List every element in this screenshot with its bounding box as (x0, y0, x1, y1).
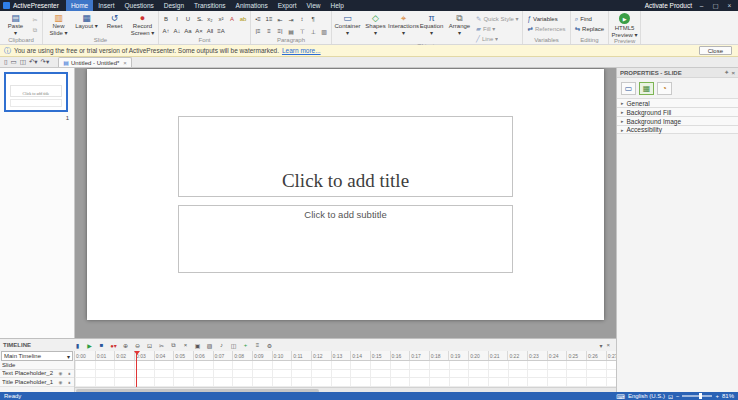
stop-button[interactable]: ■ (96, 340, 107, 350)
arrange-button[interactable]: ⧉ Arrange ▾ (446, 12, 473, 43)
zoom-in-icon[interactable]: + (715, 393, 719, 399)
open-button[interactable]: ▭ (11, 58, 17, 66)
menu-tab-design[interactable]: Design (159, 0, 189, 11)
props-section-background-image[interactable]: ▸ Background Image (617, 116, 738, 125)
learn-more-link[interactable]: Learn more... (282, 47, 321, 54)
timeline-menu-icon[interactable]: ▾ (599, 342, 602, 349)
new-slide-button[interactable]: ▥ New Slide ▾ (45, 12, 72, 37)
align-bottom-button[interactable]: ⊥ (308, 26, 318, 36)
zoom-slider-thumb[interactable] (699, 393, 702, 399)
align-right-button[interactable]: ≡| (275, 26, 285, 36)
snap-toggle-button[interactable]: ≡ (252, 340, 263, 350)
timeline-row-title-placeholder[interactable]: Title Placeholder_1 ◉ ∎ (0, 378, 74, 387)
container-button[interactable]: ▭ Container ▾ (334, 12, 361, 43)
cut-range-button[interactable]: ✂ (156, 340, 167, 350)
variables-button[interactable]: ƒ Variables (525, 14, 567, 23)
zoom-fit-button[interactable]: ⊡ (144, 340, 155, 350)
crop-range-button[interactable]: ▣ (192, 340, 203, 350)
pause-button[interactable]: ▮ (72, 340, 83, 350)
menu-tab-insert[interactable]: Insert (93, 0, 119, 11)
find-button[interactable]: ⌕ Find (573, 14, 606, 23)
insert-time-button[interactable]: + (240, 340, 251, 350)
line-spacing-button[interactable]: ↕ (297, 14, 307, 24)
zoom-in-button[interactable]: ⊕ (120, 340, 131, 350)
undo-button[interactable]: ↶▾ (29, 58, 38, 66)
font-color-button[interactable]: A (227, 14, 237, 24)
eye-toggle[interactable]: ◉ (56, 380, 65, 385)
timeline-row-text-placeholder[interactable]: Text Placeholder_2 ◉ ∎ (0, 370, 74, 379)
timeline-close-icon[interactable]: × (606, 342, 610, 349)
title-placeholder[interactable]: Click to add title (178, 116, 513, 197)
copy-button[interactable]: ⧉ (30, 25, 40, 35)
layout-button[interactable]: ▦ Layout ▾ (73, 12, 100, 37)
shrink-font-button[interactable]: A↓ (172, 26, 182, 36)
fill-button[interactable]: ▰ Fill ▾ (474, 24, 520, 33)
record-screen-button[interactable]: ● Record Screen ▾ (129, 12, 156, 37)
bold-button[interactable]: B (161, 14, 171, 24)
subscript-button[interactable]: x₂ (205, 14, 215, 24)
menu-tab-transitions[interactable]: Transitions (189, 0, 231, 11)
menu-tab-home[interactable]: Home (66, 0, 93, 11)
slide-editor[interactable]: Click to add title Click to add subtitle (87, 69, 604, 320)
fit-screen-icon[interactable]: ⊡ (668, 393, 673, 400)
playhead[interactable] (136, 351, 137, 387)
align-center-button[interactable]: ≡ (264, 26, 274, 36)
props-section-background-fill[interactable]: ▸ Background Fill (617, 107, 738, 116)
canvas[interactable]: Click to add title Click to add subtitle (75, 68, 616, 338)
size-properties-tab[interactable]: ▦ (639, 82, 654, 95)
copy-range-button[interactable]: ⧉ (168, 340, 179, 350)
increase-indent-button[interactable]: ⇥ (286, 14, 296, 24)
align-left-button[interactable]: |≡ (253, 26, 263, 36)
timeline-row-slide[interactable]: Slide (0, 361, 74, 370)
timeline-settings-button[interactable]: ⚙ (264, 340, 275, 350)
shapes-button[interactable]: ◇ Shapes ▾ (362, 12, 389, 43)
timeline-selector[interactable]: Main Timeline ▾ (1, 351, 73, 361)
eye-toggle[interactable]: ◉ (56, 371, 65, 376)
props-section-general[interactable]: ▸ General (617, 98, 738, 107)
zoom-out-button[interactable]: ⊖ (132, 340, 143, 350)
character-spacing-button[interactable]: A‖ (205, 26, 215, 36)
reset-button[interactable]: ↺ Reset (101, 12, 128, 37)
cut-button[interactable]: ✂ (30, 14, 40, 24)
grow-font-button[interactable]: A↑ (161, 26, 171, 36)
tab-close-icon[interactable]: × (123, 60, 127, 66)
superscript-button[interactable]: x² (216, 14, 226, 24)
text-styles-button[interactable]: ≡A (216, 26, 226, 36)
menu-tab-help[interactable]: Help (326, 0, 349, 11)
columns-button[interactable]: ▥ (319, 26, 329, 36)
lock-toggle[interactable]: ∎ (65, 380, 74, 385)
audio-tab[interactable]: ◔ (657, 82, 672, 95)
decrease-indent-button[interactable]: ⇤ (275, 14, 285, 24)
panel-close-icon[interactable]: × (731, 70, 735, 76)
text-direction-button[interactable]: ¶ (308, 14, 318, 24)
delete-range-button[interactable]: × (180, 340, 191, 350)
quick-style-button[interactable]: ✎ Quick Style ▾ (474, 14, 520, 23)
slide-thumbnail[interactable]: Click to add title (4, 72, 68, 112)
save-button[interactable]: ◫ (20, 58, 26, 66)
zoom-slider[interactable] (682, 395, 712, 397)
slide-properties-tab[interactable]: ▭ (621, 82, 636, 95)
audio-tools-button[interactable]: ♪ (216, 340, 227, 350)
close-button[interactable]: × (725, 2, 734, 9)
replace-button[interactable]: ⇆ Replace (573, 24, 606, 33)
equation-button[interactable]: π Equation ▾ (418, 12, 445, 43)
menu-tab-view[interactable]: View (302, 0, 326, 11)
clear-formatting-button[interactable]: A× (194, 26, 204, 36)
subtitle-placeholder[interactable]: Click to add subtitle (178, 205, 513, 273)
menu-tab-questions[interactable]: Questions (120, 0, 159, 11)
props-section-accessibility[interactable]: ▸ Accessibility (617, 125, 738, 134)
bullets-button[interactable]: •≡ (253, 14, 263, 24)
paste-button[interactable]: ▤ Paste ▾ (2, 12, 29, 37)
line-button[interactable]: ╱ Line ▾ (474, 34, 520, 43)
menu-tab-animations[interactable]: Animations (231, 0, 273, 11)
insert-image-button[interactable]: ▨ (204, 340, 215, 350)
new-document-button[interactable]: ▯ (4, 58, 8, 66)
play-button[interactable]: ▶ (84, 340, 95, 350)
menu-tab-export[interactable]: Export (273, 0, 302, 11)
interactions-button[interactable]: ⌖ Interactions ▾ (390, 12, 417, 43)
record-narration-button[interactable]: ●▾ (108, 340, 119, 350)
document-tab[interactable]: ▤ Untitled - Untitled* × (58, 57, 132, 67)
zoom-out-icon[interactable]: − (676, 393, 680, 399)
maximize-button[interactable]: ▢ (711, 2, 720, 10)
timeline-track[interactable] (75, 361, 616, 387)
